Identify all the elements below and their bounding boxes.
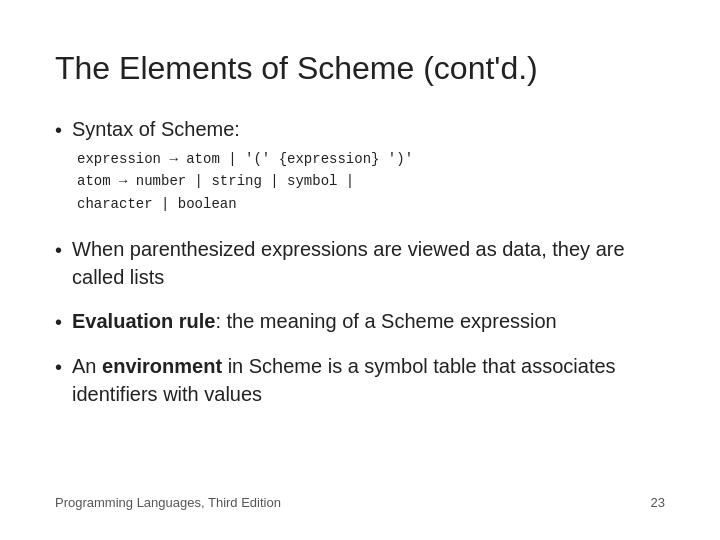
bullet-evaluation: • Evaluation rule: the meaning of a Sche… [55,307,665,336]
slide-footer: Programming Languages, Third Edition 23 [55,485,665,510]
footer-left: Programming Languages, Third Edition [55,495,281,510]
evaluation-suffix: : the meaning of a Scheme expression [215,310,556,332]
code-line-3: character | boolean [77,193,665,215]
bullet-environment: • An environment in Scheme is a symbol t… [55,352,665,408]
slide-title: The Elements of Scheme (cont'd.) [55,50,665,87]
bullet-dot-3: • [55,308,62,336]
environment-bold: environment [102,355,222,377]
bullet-dot-2: • [55,236,62,264]
slide: The Elements of Scheme (cont'd.) • Synta… [0,0,720,540]
footer-right: 23 [651,495,665,510]
code-block-syntax: expression → atom | '(' {expression} ')'… [77,148,665,215]
bullet-dot-4: • [55,353,62,381]
bullet-text-environment: An environment in Scheme is a symbol tab… [72,352,665,408]
bullet-dot-1: • [55,116,62,144]
slide-content: • Syntax of Scheme: expression → atom | … [55,115,665,485]
environment-prefix: An [72,355,102,377]
bullet-parenthesized: • When parenthesized expressions are vie… [55,235,665,291]
evaluation-bold: Evaluation rule [72,310,215,332]
code-line-2: atom → number | string | symbol | [77,170,665,192]
bullet-text-evaluation: Evaluation rule: the meaning of a Scheme… [72,307,557,335]
bullet-text-parenthesized: When parenthesized expressions are viewe… [72,235,665,291]
bullet-syntax: • Syntax of Scheme: expression → atom | … [55,115,665,219]
bullet-text-syntax: Syntax of Scheme: [72,115,240,143]
code-line-1: expression → atom | '(' {expression} ')' [77,148,665,170]
